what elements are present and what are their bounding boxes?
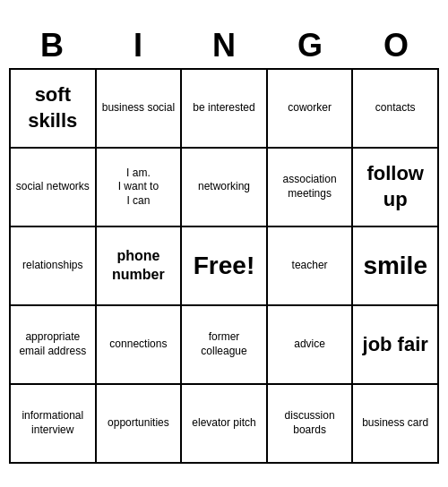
header-letter: B [9, 23, 95, 68]
header-letter: N [181, 23, 267, 68]
cell-1-3: association meetings [268, 149, 354, 227]
cell-3-3: advice [268, 306, 354, 385]
cell-3-1: connections [97, 306, 183, 385]
cell-4-2: elevator pitch [182, 385, 268, 464]
cell-3-4: job fair [353, 306, 439, 385]
cell-4-1: opportunities [97, 385, 183, 464]
cell-2-0: relationships [11, 227, 97, 306]
cell-2-3: teacher [268, 227, 354, 306]
cell-0-2: be interested [182, 70, 268, 149]
bingo-header: BINGO [9, 23, 439, 68]
cell-2-2: Free! [182, 227, 268, 306]
cell-4-4: business card [353, 385, 439, 464]
cell-2-1: phone number [97, 227, 183, 306]
cell-1-2: networking [182, 149, 268, 227]
cell-0-3: coworker [268, 70, 354, 149]
cell-0-0: soft skills [11, 70, 97, 149]
bingo-card: BINGO soft skillsbusiness socialbe inter… [9, 23, 439, 464]
cell-4-3: discussion boards [268, 385, 354, 464]
header-letter: I [95, 23, 181, 68]
cell-1-1: I am.I want toI can [97, 149, 183, 227]
cell-1-4: follow up [353, 149, 439, 227]
bingo-grid: soft skillsbusiness socialbe interestedc… [9, 68, 439, 464]
cell-4-0: informational interview [11, 385, 97, 464]
cell-0-1: business social [97, 70, 183, 149]
cell-0-4: contacts [353, 70, 439, 149]
header-letter: O [353, 23, 439, 68]
header-letter: G [267, 23, 353, 68]
cell-3-0: appropriate email address [11, 306, 97, 385]
cell-1-0: social networks [11, 149, 97, 227]
cell-2-4: smile [353, 227, 439, 306]
cell-3-2: former colleague [182, 306, 268, 385]
